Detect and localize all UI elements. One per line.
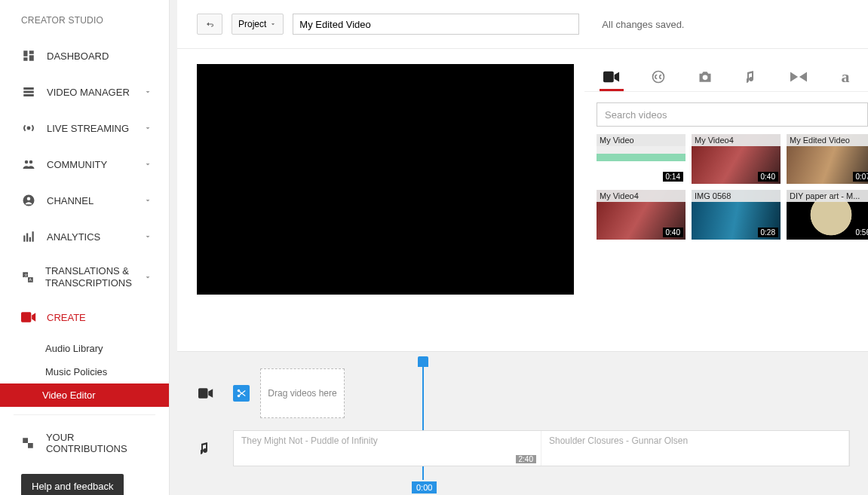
thumbnail-title: My Video4: [597, 190, 686, 202]
sidebar-item-label: COMMUNITY: [47, 159, 107, 170]
project-label: Project: [238, 19, 266, 29]
project-dropdown[interactable]: Project: [232, 14, 284, 35]
video-track: Drag videos here: [177, 362, 868, 424]
svg-rect-6: [23, 94, 34, 96]
thumbnail-duration: 0:40: [663, 228, 683, 237]
chevron-down-icon: [143, 196, 152, 205]
camera-icon: [698, 70, 713, 84]
live-icon: [21, 121, 36, 136]
sidebar-item-video-manager[interactable]: VIDEO MANAGER: [0, 74, 169, 110]
svg-rect-15: [32, 231, 34, 242]
sidebar-item-label: TRANSLATIONS & TRANSCRIPTIONS: [45, 265, 143, 289]
video-drop-zone[interactable]: Drag videos here: [260, 368, 345, 418]
analytics-icon: [21, 229, 36, 244]
tab-photos[interactable]: [693, 64, 717, 91]
sidebar-item-label: DASHBOARD: [47, 50, 109, 62]
svg-rect-12: [23, 236, 25, 242]
video-thumbnail[interactable]: IMG 05680:28: [692, 190, 781, 240]
subitem-video-editor[interactable]: Video Editor: [0, 383, 169, 407]
thumbnail-title: My Video4: [692, 134, 781, 146]
chevron-down-icon: [143, 124, 152, 133]
sidebar-item-contributions[interactable]: YOUR CONTRIBUTIONS: [0, 421, 169, 465]
cut-button[interactable]: [233, 385, 250, 402]
translate-icon: 文A: [21, 270, 35, 285]
svg-rect-24: [198, 388, 208, 398]
subitem-music-policies[interactable]: Music Policies: [0, 360, 169, 383]
text-icon: a: [842, 67, 850, 87]
tab-transitions[interactable]: [787, 64, 811, 91]
sidebar-item-label: YOUR CONTRIBUTIONS: [46, 432, 152, 454]
thumbnail-duration: 0:56: [853, 228, 868, 237]
tab-text[interactable]: a: [833, 64, 857, 91]
audio-segment-duration: 2:40: [516, 455, 536, 463]
sidebar-item-dashboard[interactable]: DASHBOARD: [0, 38, 169, 74]
sidebar-item-translations[interactable]: 文A TRANSLATIONS & TRANSCRIPTIONS: [0, 255, 169, 299]
svg-rect-18: [21, 313, 31, 322]
topbar: Project All changes saved.: [177, 0, 868, 49]
drop-zone-text: Drag videos here: [268, 388, 336, 399]
library-column: a ? My Video0:14My Video40:40My Edited V…: [584, 49, 868, 351]
svg-text:A: A: [29, 277, 32, 282]
svg-point-11: [27, 197, 31, 201]
svg-rect-19: [603, 71, 614, 82]
sidebar-item-label: LIVE STREAMING: [47, 123, 129, 134]
help-feedback-button[interactable]: Help and feedback: [21, 474, 124, 495]
chevron-down-icon: [143, 160, 152, 169]
svg-point-20: [653, 71, 664, 82]
sidebar-item-analytics[interactable]: ANALYTICS: [0, 218, 169, 255]
audio-segment-title: Shoulder Closures - Gunnar Olsen: [549, 435, 841, 446]
tab-audio[interactable]: [740, 64, 764, 91]
svg-rect-4: [23, 87, 34, 90]
svg-rect-13: [26, 234, 28, 242]
video-thumbnail[interactable]: My Video40:40: [597, 190, 686, 240]
sidebar-item-live-streaming[interactable]: LIVE STREAMING: [0, 110, 169, 146]
thumbnail-title: IMG 0568: [692, 190, 781, 202]
svg-rect-1: [29, 50, 34, 54]
workspace: a ? My Video0:14My Video40:40My Edited V…: [177, 49, 868, 351]
video-thumbnail[interactable]: My Video40:40: [692, 134, 781, 184]
svg-rect-5: [23, 91, 34, 93]
svg-point-7: [28, 127, 30, 130]
thumbnail-title: DIY paper art - M...: [787, 190, 868, 202]
audio-track-content[interactable]: They Might Not - Puddle of Infinity2:40S…: [233, 430, 850, 466]
thumbnail-duration: 0:14: [663, 172, 683, 182]
sidebar-item-label: VIDEO MANAGER: [47, 87, 130, 98]
video-thumbnail[interactable]: My Edited Video0:07: [787, 134, 868, 184]
channel-icon: [21, 193, 36, 208]
sidebar-item-community[interactable]: COMMUNITY: [0, 146, 169, 182]
preview-column: [177, 49, 584, 351]
tab-cc[interactable]: [646, 64, 670, 91]
audio-track: They Might Not - Puddle of Infinity2:40S…: [177, 424, 868, 472]
create-subitems: Audio Library Music Policies Video Edito…: [0, 335, 169, 408]
svg-rect-2: [23, 57, 27, 61]
video-preview[interactable]: [197, 64, 574, 295]
cc-icon: [651, 69, 666, 84]
thumbnail-duration: 0:07: [853, 172, 868, 182]
audio-segment[interactable]: Shoulder Closures - Gunnar Olsen: [541, 431, 849, 466]
video-title-input[interactable]: [293, 14, 579, 35]
sidebar-item-create[interactable]: CREATE: [0, 299, 169, 335]
subitem-audio-library[interactable]: Audio Library: [0, 337, 169, 360]
svg-point-8: [25, 160, 29, 164]
sidebar-title: CREATOR STUDIO: [0, 15, 169, 38]
video-icon: [603, 71, 620, 83]
search-input[interactable]: [597, 102, 868, 127]
sidebar-item-channel[interactable]: CHANNEL: [0, 182, 169, 218]
video-thumbnail[interactable]: My Video0:14: [597, 134, 686, 184]
audio-segment[interactable]: They Might Not - Puddle of Infinity2:40: [234, 431, 541, 466]
sidebar: CREATOR STUDIO DASHBOARD VIDEO MANAGER L…: [0, 0, 170, 495]
create-icon: [21, 310, 36, 325]
sidebar-separator: [14, 414, 155, 415]
dashboard-icon: [21, 48, 36, 63]
video-manager-icon: [21, 84, 36, 99]
svg-rect-14: [29, 237, 31, 242]
tab-videos[interactable]: [600, 64, 624, 91]
back-button[interactable]: [197, 14, 222, 35]
search-box: [597, 102, 868, 127]
main-content: Project All changes saved. a ?: [177, 0, 868, 495]
audio-segment-title: They Might Not - Puddle of Infinity: [241, 435, 533, 446]
video-thumbnail[interactable]: DIY paper art - M...0:56: [787, 190, 868, 240]
thumbnail-duration: 0:28: [758, 228, 778, 237]
sidebar-item-label: CHANNEL: [47, 195, 94, 206]
contributions-icon: [21, 435, 35, 451]
